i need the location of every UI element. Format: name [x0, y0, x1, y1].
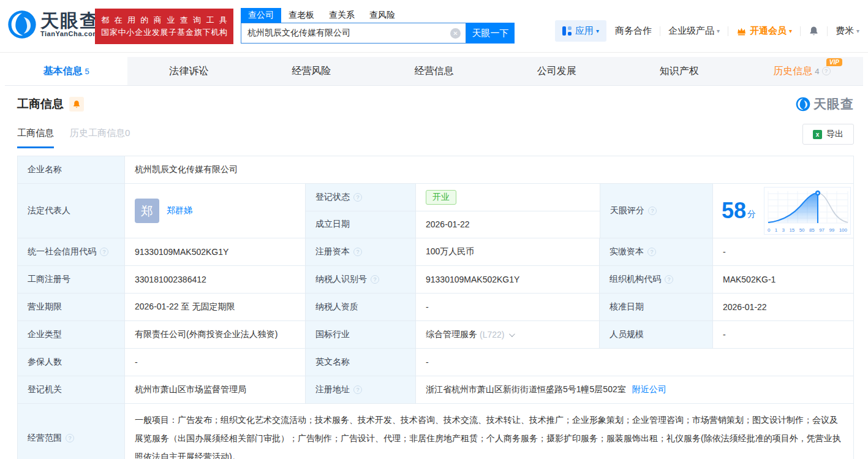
vip-badge: VIP [826, 58, 842, 66]
table-row: 参保人数 - 英文名称 - [18, 349, 853, 376]
english-name-label: 英文名称 [306, 349, 416, 376]
tab-legal-lawsuits[interactable]: 法律诉讼 [127, 57, 250, 85]
score-distribution-chart[interactable]: 01 315 5085 9799 100 [764, 187, 851, 235]
nav-username: 费米 [836, 25, 854, 37]
reg-capital-label: 注册资本 [315, 246, 350, 257]
search-clear-icon[interactable]: ✕ [450, 28, 461, 39]
industry-value: 综合管理服务 [426, 329, 477, 340]
paid-capital-value: - [713, 238, 853, 265]
org-code-label: 组织机构代码 [609, 274, 661, 285]
reg-capital-value: 100万人民币 [416, 238, 600, 265]
section-title: 工商信息 [17, 96, 64, 112]
nearby-companies-link[interactable]: 附近公司 [632, 384, 666, 395]
nav-open-vip[interactable]: 开通会员 ▾ [736, 25, 792, 37]
nav-cooperation[interactable]: 商务合作 [615, 25, 652, 37]
table-row: 经营范围 ? 一般项目：广告发布；组织文化艺术交流活动；技术服务、技术开发、技术… [18, 404, 853, 459]
business-term-label: 营业期限 [18, 294, 125, 321]
legal-rep-cell: 郑 郑群娣 [125, 184, 306, 238]
credit-code-value: 91330109MAK502KG1Y [125, 238, 306, 265]
chevron-down-icon: ▾ [717, 28, 720, 34]
subtab-history-business-info[interactable]: 历史工商信息0 [70, 127, 130, 148]
tab-risk-label: 经营风险 [292, 65, 331, 78]
industry-code: (L722) [480, 330, 504, 340]
reg-address-label-cell: 注册地址 ? [306, 376, 416, 403]
nav-divider [800, 26, 801, 36]
search-tab-risk[interactable]: 查风险 [362, 8, 402, 23]
reg-address-value-cell: 浙江省杭州市萧山区新街街道恒盛路5号1幢5层502室 附近公司 [416, 376, 853, 403]
score-axis-ticks: 01 315 5085 9799 100 [766, 227, 849, 233]
tab-operation-info[interactable]: 经营信息 [372, 57, 495, 85]
help-icon[interactable]: ? [353, 193, 362, 202]
nav-enterprise-label: 企业级产品 [668, 25, 714, 37]
business-info-table: 企业名称 杭州凯辰文化传媒有限公司 法定代表人 郑 郑群娣 登记状态 ? [17, 156, 854, 459]
help-icon[interactable]: ? [822, 67, 831, 75]
reg-address-value: 浙江省杭州市萧山区新街街道恒盛路5号1幢5层502室 [426, 384, 626, 395]
table-row: 工商注册号 330181002386412 纳税人识别号 ? 91330109M… [18, 266, 853, 294]
header-gap [0, 53, 868, 57]
search-button[interactable]: 天眼一下 [466, 23, 515, 44]
company-name-label: 企业名称 [18, 156, 125, 183]
legal-rep-label: 法定代表人 [18, 184, 125, 238]
status-label: 登记状态 [315, 192, 350, 203]
tab-history-info[interactable]: VIP 历史信息 4 ? [741, 57, 863, 85]
chevron-down-icon: ▾ [596, 28, 599, 34]
help-icon[interactable]: ? [353, 248, 362, 256]
subscribe-bell-button[interactable] [69, 97, 84, 112]
search-tab-relation[interactable]: 查关系 [322, 8, 362, 23]
taxpayer-id-label-cell: 纳税人识别号 ? [306, 266, 416, 293]
tab-basic-info[interactable]: 基本信息 5 [5, 57, 127, 85]
established-label: 成立日期 [306, 211, 416, 238]
credit-code-label: 统一社会信用代码 [28, 246, 96, 257]
tab-legal-label: 法律诉讼 [169, 65, 208, 78]
tab-basic-info-label: 基本信息 [43, 65, 82, 78]
tianyancha-logo[interactable]: 天眼查 TianYanCha.com [7, 10, 99, 39]
industry-label: 国标行业 [306, 321, 416, 348]
nav-enterprise-products[interactable]: 企业级产品 ▾ [668, 25, 720, 37]
search-area: 查公司 查老板 查关系 查风险 ✕ 天眼一下 [241, 7, 515, 44]
search-tab-boss[interactable]: 查老板 [281, 8, 322, 23]
member-crown-icon [736, 26, 747, 36]
help-icon[interactable]: ? [647, 248, 656, 256]
tab-ip-label: 知识产权 [660, 65, 699, 78]
tab-history-label: 历史信息 [773, 65, 812, 78]
notification-bell-icon[interactable] [809, 26, 819, 36]
tab-operation-risk[interactable]: 经营风险 [250, 57, 372, 85]
nav-user-menu[interactable]: 费米 ▾ [836, 25, 859, 37]
company-type-value: 有限责任公司(外商投资企业法人独资) [125, 321, 306, 348]
export-label: 导出 [826, 129, 843, 140]
search-input[interactable] [241, 28, 466, 38]
score-unit: 分 [747, 209, 756, 220]
chevron-down-icon[interactable] [509, 331, 515, 337]
export-button[interactable]: x 导出 [802, 124, 854, 145]
business-term-value: 2026-01-22 至 无固定期限 [125, 294, 306, 321]
apps-dropdown[interactable]: 应用 ▾ [555, 20, 606, 42]
reg-number-label: 工商注册号 [18, 266, 125, 293]
subtab-business-info[interactable]: 工商信息 [17, 127, 54, 148]
bell-icon [72, 100, 81, 108]
reg-authority-value: 杭州市萧山区市场监督管理局 [125, 376, 306, 403]
help-icon[interactable]: ? [371, 275, 379, 284]
table-row: 企业名称 杭州凯辰文化传媒有限公司 [18, 156, 853, 184]
paid-capital-label-cell: 实缴资本 ? [600, 238, 713, 265]
main-tab-bar: 基本信息 5 法律诉讼 经营风险 经营信息 公司发展 知识产权 VIP 历史信息… [5, 57, 863, 86]
reg-number-value: 330181002386412 [125, 266, 306, 293]
nav-vip-label: 开通会员 [750, 25, 787, 37]
help-icon[interactable]: ? [100, 248, 108, 256]
org-code-value: MAK502KG-1 [713, 266, 853, 293]
tab-company-development[interactable]: 公司发展 [496, 57, 618, 85]
help-icon[interactable]: ? [665, 275, 673, 284]
status-label-cell: 登记状态 ? [306, 184, 416, 211]
paid-capital-label: 实缴资本 [609, 246, 644, 257]
tab-intellectual-property[interactable]: 知识产权 [618, 57, 741, 85]
staff-size-label: 人员规模 [600, 321, 713, 348]
credit-code-label-cell: 统一社会信用代码 ? [18, 238, 125, 265]
insured-count-label: 参保人数 [18, 349, 125, 376]
chevron-down-icon: ▾ [789, 28, 792, 34]
industry-value-cell[interactable]: 综合管理服务 (L722) [416, 321, 600, 348]
help-icon[interactable]: ? [648, 207, 657, 215]
search-tab-company[interactable]: 查公司 [241, 8, 281, 23]
help-icon[interactable]: ? [66, 434, 74, 442]
help-icon[interactable]: ? [353, 385, 362, 394]
approval-date-label: 核准日期 [600, 294, 713, 321]
legal-rep-link[interactable]: 郑群娣 [167, 205, 192, 216]
